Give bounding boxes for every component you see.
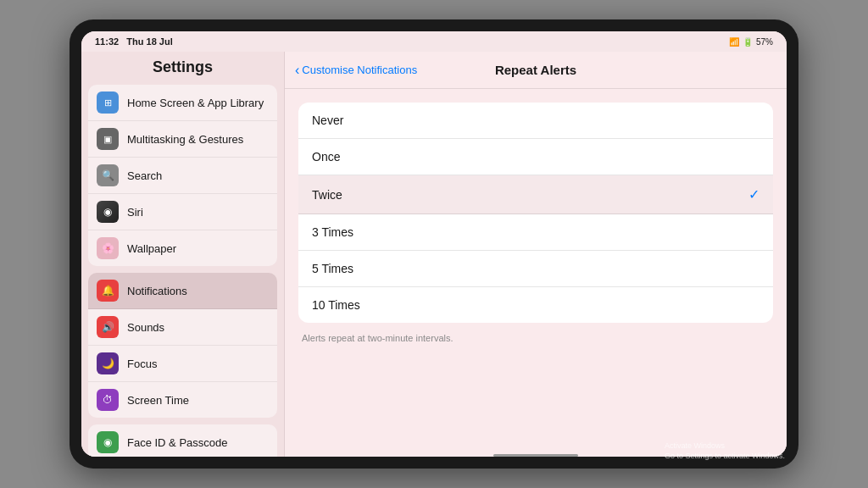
tablet-frame: 11:32 Thu 18 Jul 📶 🔋 57% Settings ⊞ bbox=[70, 19, 798, 469]
multitasking-label: Multitasking & Gestures bbox=[127, 133, 243, 146]
option-5-times-label: 5 Times bbox=[312, 262, 353, 275]
sidebar-item-home-screen[interactable]: ⊞ Home Screen & App Library bbox=[88, 85, 277, 121]
detail-content: Never Once Twice ✓ 3 Times bbox=[285, 89, 787, 453]
sidebar-item-multitasking[interactable]: ▣ Multitasking & Gestures bbox=[88, 121, 277, 158]
option-never[interactable]: Never bbox=[298, 103, 773, 139]
option-twice[interactable]: Twice ✓ bbox=[298, 175, 773, 214]
wallpaper-icon: 🌸 bbox=[97, 237, 119, 259]
detail-panel: ‹ Customise Notifications Repeat Alerts … bbox=[285, 52, 787, 457]
focus-label: Focus bbox=[127, 358, 157, 370]
sidebar-group-system1: ⊞ Home Screen & App Library ▣ Multitaski… bbox=[88, 85, 277, 266]
option-10-times[interactable]: 10 Times bbox=[298, 287, 773, 323]
activate-watermark: Activate Windows Go to Settings to activ… bbox=[665, 441, 785, 462]
sidebar-item-notifications[interactable]: 🔔 Notifications bbox=[88, 273, 277, 309]
option-twice-label: Twice bbox=[312, 188, 342, 202]
watermark-line2: Go to Settings to activate Windows. bbox=[665, 451, 785, 462]
sidebar-item-sounds[interactable]: 🔊 Sounds bbox=[88, 309, 277, 346]
option-never-label: Never bbox=[312, 114, 343, 127]
back-chevron-icon: ‹ bbox=[295, 63, 299, 78]
option-3-times-label: 3 Times bbox=[312, 225, 353, 239]
sidebar-item-siri[interactable]: ◉ Siri bbox=[88, 194, 277, 230]
detail-header: ‹ Customise Notifications Repeat Alerts bbox=[285, 52, 787, 89]
wifi-icon: 📶 bbox=[729, 37, 739, 47]
screen-time-label: Screen Time bbox=[127, 394, 189, 407]
sidebar-group-system2: 🔔 Notifications 🔊 Sounds 🌙 Focus ⏱ bbox=[88, 273, 277, 418]
status-icons: 📶 🔋 57% bbox=[729, 37, 773, 47]
sidebar: Settings ⊞ Home Screen & App Library ▣ M… bbox=[81, 52, 285, 457]
face-id-label: Face ID & Passcode bbox=[127, 436, 228, 449]
back-label: Customise Notifications bbox=[302, 64, 417, 76]
search-label: Search bbox=[127, 169, 162, 182]
hint-text: Alerts repeat at two-minute intervals. bbox=[298, 333, 773, 343]
search-icon: 🔍 bbox=[97, 164, 119, 186]
notifications-icon: 🔔 bbox=[97, 280, 119, 302]
option-once[interactable]: Once bbox=[298, 139, 773, 175]
siri-icon: ◉ bbox=[97, 201, 119, 223]
multitasking-icon: ▣ bbox=[97, 128, 119, 150]
home-screen-icon: ⊞ bbox=[97, 92, 119, 114]
screen-time-icon: ⏱ bbox=[97, 389, 119, 411]
status-bar: 11:32 Thu 18 Jul 📶 🔋 57% bbox=[81, 31, 787, 52]
option-3-times[interactable]: 3 Times bbox=[298, 214, 773, 251]
sounds-icon: 🔊 bbox=[97, 316, 119, 338]
status-time: 11:32 Thu 18 Jul bbox=[95, 36, 173, 47]
watermark-line1: Activate Windows bbox=[665, 441, 785, 452]
main-content: Settings ⊞ Home Screen & App Library ▣ M… bbox=[81, 52, 787, 457]
wallpaper-label: Wallpaper bbox=[127, 242, 176, 255]
sidebar-title: Settings bbox=[81, 52, 284, 85]
detail-title: Repeat Alerts bbox=[495, 63, 576, 77]
option-once-label: Once bbox=[312, 150, 340, 164]
sidebar-item-screen-time[interactable]: ⏱ Screen Time bbox=[88, 382, 277, 418]
sidebar-item-wallpaper[interactable]: 🌸 Wallpaper bbox=[88, 230, 277, 266]
sidebar-item-focus[interactable]: 🌙 Focus bbox=[88, 346, 277, 382]
focus-icon: 🌙 bbox=[97, 352, 119, 374]
sounds-label: Sounds bbox=[127, 321, 164, 334]
option-5-times[interactable]: 5 Times bbox=[298, 251, 773, 287]
options-list: Never Once Twice ✓ 3 Times bbox=[298, 103, 773, 323]
face-id-icon: ◉ bbox=[97, 431, 119, 453]
sidebar-item-face-id[interactable]: ◉ Face ID & Passcode bbox=[88, 424, 277, 457]
home-bar bbox=[493, 454, 578, 457]
siri-label: Siri bbox=[127, 206, 143, 219]
sidebar-list: ⊞ Home Screen & App Library ▣ Multitaski… bbox=[81, 85, 284, 457]
notifications-label: Notifications bbox=[127, 285, 187, 297]
battery-icon: 🔋 bbox=[743, 37, 753, 47]
sidebar-group-security: ◉ Face ID & Passcode 🤚 Privacy & Securit… bbox=[88, 424, 277, 457]
home-screen-label: Home Screen & App Library bbox=[127, 97, 264, 109]
option-10-times-label: 10 Times bbox=[312, 298, 360, 312]
sidebar-item-search[interactable]: 🔍 Search bbox=[88, 158, 277, 194]
tablet-screen: 11:32 Thu 18 Jul 📶 🔋 57% Settings ⊞ bbox=[81, 31, 787, 457]
back-button[interactable]: ‹ Customise Notifications bbox=[295, 63, 417, 78]
option-twice-checkmark: ✓ bbox=[748, 186, 760, 202]
